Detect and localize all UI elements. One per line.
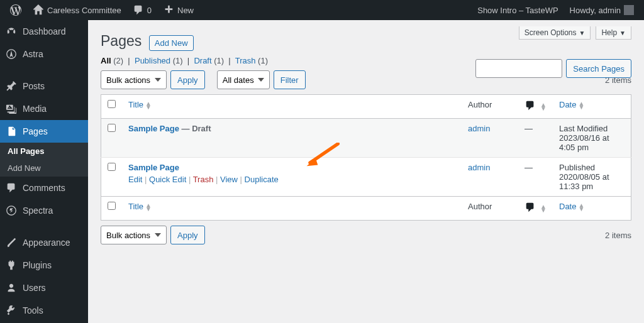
caret-down-icon: ▼ (619, 30, 626, 36)
submenu-add-new[interactable]: Add New (0, 160, 88, 177)
site-name[interactable]: Careless Committee (28, 0, 126, 20)
col-author: Author (462, 95, 518, 119)
users-icon (5, 282, 18, 294)
comment-bubble-icon (525, 202, 536, 215)
site-title: Careless Committee (47, 6, 121, 15)
comments-link[interactable]: 0 (128, 0, 157, 20)
tools-icon (5, 304, 18, 317)
date-label: Published (559, 163, 595, 172)
comment-bubble-icon (525, 100, 536, 113)
bulk-apply-top[interactable]: Apply (170, 70, 205, 89)
table-row: Sample Page Edit | Quick Edit | Trash | … (101, 158, 631, 197)
filter-draft[interactable]: Draft (194, 56, 211, 65)
show-intro[interactable]: Show Intro – TasteWP (472, 0, 563, 20)
sort-icon: ▲▼ (145, 204, 152, 211)
caret-down-icon: ▼ (579, 30, 586, 36)
action-edit[interactable]: Edit (128, 175, 142, 184)
menu-spectra[interactable]: Spectra (0, 199, 88, 222)
author-link[interactable]: admin (468, 163, 490, 172)
col-comments[interactable]: ▲▼ (525, 100, 547, 113)
row-actions: Edit | Quick Edit | Trash | View | Dupli… (128, 175, 455, 184)
col-title[interactable]: Title▲▼ (128, 100, 152, 109)
search-input[interactable] (475, 59, 562, 78)
date-label: Last Modified (559, 124, 608, 133)
add-new-button[interactable]: Add New (149, 35, 194, 51)
author-link[interactable]: admin (468, 124, 490, 133)
date-value: 2020/08/05 at 11:33 pm (559, 172, 609, 191)
sort-icon: ▲▼ (578, 102, 584, 109)
menu-dashboard[interactable]: Dashboard (0, 20, 88, 43)
menu-pages[interactable]: Pages (0, 120, 88, 143)
col-title-foot[interactable]: Title▲▼ (128, 202, 152, 211)
col-comments-foot[interactable]: ▲▼ (525, 202, 547, 215)
home-icon (33, 4, 44, 16)
filter-published[interactable]: Published (135, 56, 170, 65)
screen-options-button[interactable]: Screen Options▼ (519, 26, 591, 40)
new-label: New (177, 6, 194, 15)
help-button[interactable]: Help▼ (596, 26, 631, 40)
pages-table: Title▲▼ Author ▲▼ Date▲▼ Sample Page — D… (101, 94, 631, 221)
comments-count: — (518, 119, 553, 158)
plus-icon (163, 4, 174, 16)
menu-appearance[interactable]: Appearance (0, 231, 88, 254)
sort-icon: ▲▼ (540, 103, 547, 111)
howdy: Howdy, admin (570, 6, 621, 15)
select-all-bottom[interactable] (108, 202, 116, 210)
plugin-icon (5, 259, 18, 271)
media-icon (5, 102, 18, 115)
comment-count: 0 (147, 6, 152, 15)
menu-users[interactable]: Users (0, 276, 88, 299)
astra-icon (5, 48, 18, 60)
row-checkbox[interactable] (108, 163, 116, 171)
select-all-top[interactable] (108, 100, 116, 108)
date-value: 2023/08/16 at 4:05 pm (559, 133, 609, 152)
items-count-bottom: 2 items (605, 231, 631, 240)
dashboard-icon (5, 25, 18, 38)
col-date[interactable]: Date▲▼ (559, 100, 584, 109)
brush-icon (5, 236, 18, 249)
bulk-action-select-top[interactable]: Bulk actions (101, 70, 167, 89)
avatar (624, 5, 634, 15)
pin-icon (5, 80, 18, 92)
my-account[interactable]: Howdy, admin (565, 0, 639, 20)
action-quick-edit[interactable]: Quick Edit (149, 175, 186, 184)
row-checkbox[interactable] (108, 124, 116, 132)
admin-bar: Careless Committee 0 New Show Intro – Ta… (0, 0, 644, 20)
sort-icon: ▲▼ (540, 205, 547, 212)
menu-astra[interactable]: Astra (0, 43, 88, 65)
sort-icon: ▲▼ (145, 102, 152, 109)
wp-logo[interactable] (5, 0, 26, 20)
col-date-foot[interactable]: Date▲▼ (559, 202, 584, 211)
comments-icon (5, 182, 18, 194)
post-state: — Draft (179, 124, 211, 133)
date-filter-select[interactable]: All dates (217, 70, 270, 89)
filter-trash[interactable]: Trash (235, 56, 256, 65)
menu-posts[interactable]: Posts (0, 75, 88, 97)
filter-all[interactable]: All (101, 56, 111, 65)
bulk-action-select-bottom[interactable]: Bulk actions (101, 226, 167, 244)
row-title-link[interactable]: Sample Page (128, 124, 179, 133)
menu-comments[interactable]: Comments (0, 177, 88, 199)
menu-media[interactable]: Media (0, 97, 88, 120)
col-author-foot: Author (462, 197, 518, 221)
page-heading: Pages (101, 33, 142, 50)
wordpress-icon (10, 4, 21, 16)
action-view[interactable]: View (220, 175, 238, 184)
row-title-link[interactable]: Sample Page (128, 163, 179, 172)
menu-plugins[interactable]: Plugins (0, 254, 88, 276)
filter-button[interactable]: Filter (274, 70, 306, 89)
content-area: Screen Options▼ Help▼ Pages Add New All … (88, 20, 644, 323)
menu-tools[interactable]: Tools (0, 299, 88, 322)
submenu-pages: All Pages Add New (0, 143, 88, 177)
admin-menu: Dashboard Astra Posts Media Pages All Pa… (0, 20, 88, 323)
spectra-icon (5, 204, 18, 217)
action-duplicate[interactable]: Duplicate (245, 175, 279, 184)
page-icon (5, 125, 18, 138)
table-row: Sample Page — Draft admin — Last Modifie… (101, 119, 631, 158)
new-content[interactable]: New (158, 0, 199, 20)
action-trash[interactable]: Trash (193, 175, 214, 184)
sort-icon: ▲▼ (578, 204, 584, 211)
submenu-all-pages[interactable]: All Pages (0, 143, 88, 160)
search-button[interactable]: Search Pages (566, 59, 631, 78)
bulk-apply-bottom[interactable]: Apply (170, 226, 205, 244)
